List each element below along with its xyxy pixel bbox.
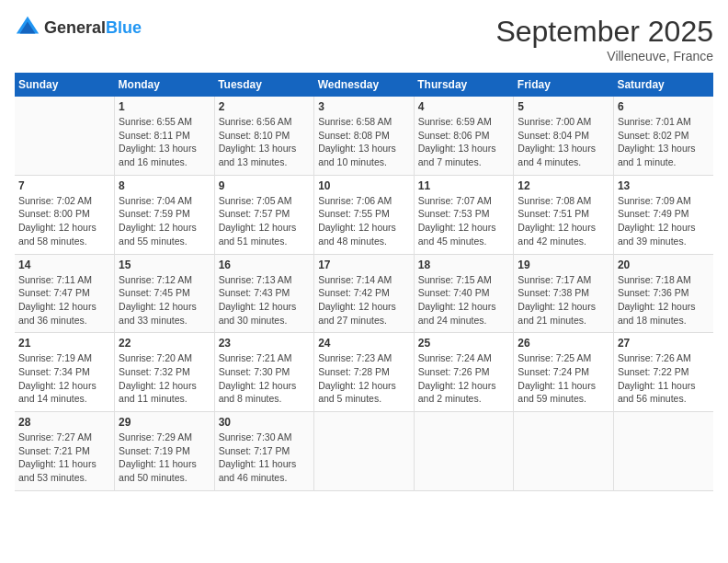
day-number: 25 <box>418 337 510 350</box>
calendar-cell: 30Sunrise: 7:30 AMSunset: 7:17 PMDayligh… <box>214 412 314 491</box>
day-number: 12 <box>518 179 609 192</box>
day-info: Sunrise: 7:01 AMSunset: 8:02 PMDaylight:… <box>618 115 710 169</box>
calendar-cell: 22Sunrise: 7:20 AMSunset: 7:32 PMDayligh… <box>115 333 215 412</box>
day-number: 9 <box>219 179 311 192</box>
month-title: September 2025 <box>495 15 713 49</box>
day-number: 29 <box>119 416 210 429</box>
day-number: 19 <box>518 259 609 271</box>
day-number: 3 <box>318 100 410 113</box>
day-info: Sunrise: 7:07 AMSunset: 7:53 PMDaylight:… <box>418 194 510 248</box>
day-number: 24 <box>318 337 410 350</box>
day-info: Sunrise: 7:26 AMSunset: 7:22 PMDaylight:… <box>618 351 710 406</box>
day-info: Sunrise: 7:21 AMSunset: 7:30 PMDaylight:… <box>219 351 311 406</box>
day-info: Sunrise: 7:19 AMSunset: 7:34 PMDaylight:… <box>18 351 110 406</box>
calendar-cell: 21Sunrise: 7:19 AMSunset: 7:34 PMDayligh… <box>15 333 115 412</box>
day-info: Sunrise: 7:05 AMSunset: 7:57 PMDaylight:… <box>219 194 311 248</box>
day-number: 26 <box>518 337 609 350</box>
day-number: 13 <box>618 179 710 192</box>
day-info: Sunrise: 6:59 AMSunset: 8:06 PMDaylight:… <box>418 115 510 169</box>
calendar-cell: 24Sunrise: 7:23 AMSunset: 7:28 PMDayligh… <box>314 333 415 412</box>
day-info: Sunrise: 7:17 AMSunset: 7:38 PMDaylight:… <box>518 273 609 327</box>
day-number: 30 <box>219 416 311 429</box>
header-thursday: Thursday <box>414 73 514 97</box>
day-number: 17 <box>318 259 410 271</box>
calendar-cell: 9Sunrise: 7:05 AMSunset: 7:57 PMDaylight… <box>214 175 314 254</box>
day-info: Sunrise: 7:27 AMSunset: 7:21 PMDaylight:… <box>18 431 110 485</box>
calendar-cell: 25Sunrise: 7:24 AMSunset: 7:26 PMDayligh… <box>414 333 514 412</box>
day-number: 8 <box>119 179 210 192</box>
calendar-cell <box>613 412 713 491</box>
day-info: Sunrise: 7:15 AMSunset: 7:40 PMDaylight:… <box>418 273 510 327</box>
header-wednesday: Wednesday <box>314 73 415 97</box>
day-number: 16 <box>219 259 311 271</box>
calendar-cell <box>514 412 614 491</box>
calendar-cell: 1Sunrise: 6:55 AMSunset: 8:11 PMDaylight… <box>115 97 215 175</box>
calendar-week-row: 1Sunrise: 6:55 AMSunset: 8:11 PMDaylight… <box>15 97 713 175</box>
day-info: Sunrise: 6:55 AMSunset: 8:11 PMDaylight:… <box>119 115 210 169</box>
calendar-cell: 7Sunrise: 7:02 AMSunset: 8:00 PMDaylight… <box>15 175 115 254</box>
calendar-cell: 2Sunrise: 6:56 AMSunset: 8:10 PMDaylight… <box>214 97 314 175</box>
calendar-week-row: 14Sunrise: 7:11 AMSunset: 7:47 PMDayligh… <box>15 254 713 333</box>
logo-general: General <box>44 18 106 37</box>
day-info: Sunrise: 7:13 AMSunset: 7:43 PMDaylight:… <box>219 273 311 327</box>
calendar-cell: 6Sunrise: 7:01 AMSunset: 8:02 PMDaylight… <box>613 97 713 175</box>
day-number: 11 <box>418 179 510 192</box>
calendar-cell: 27Sunrise: 7:26 AMSunset: 7:22 PMDayligh… <box>613 333 713 412</box>
calendar-cell: 13Sunrise: 7:09 AMSunset: 7:49 PMDayligh… <box>613 175 713 254</box>
day-info: Sunrise: 7:04 AMSunset: 7:59 PMDaylight:… <box>119 194 210 248</box>
calendar-week-row: 7Sunrise: 7:02 AMSunset: 8:00 PMDaylight… <box>15 175 713 254</box>
day-number: 15 <box>119 259 210 271</box>
calendar-cell: 29Sunrise: 7:29 AMSunset: 7:19 PMDayligh… <box>115 412 215 491</box>
day-number: 27 <box>618 337 710 350</box>
day-info: Sunrise: 6:58 AMSunset: 8:08 PMDaylight:… <box>318 115 410 169</box>
calendar-cell: 14Sunrise: 7:11 AMSunset: 7:47 PMDayligh… <box>15 254 115 333</box>
day-number: 22 <box>119 337 210 350</box>
calendar-table: Sunday Monday Tuesday Wednesday Thursday… <box>15 73 713 491</box>
calendar-cell: 26Sunrise: 7:25 AMSunset: 7:24 PMDayligh… <box>514 333 614 412</box>
day-number: 2 <box>219 100 311 113</box>
day-info: Sunrise: 7:25 AMSunset: 7:24 PMDaylight:… <box>518 351 609 406</box>
calendar-cell: 28Sunrise: 7:27 AMSunset: 7:21 PMDayligh… <box>15 412 115 491</box>
day-number: 10 <box>318 179 410 192</box>
day-info: Sunrise: 7:12 AMSunset: 7:45 PMDaylight:… <box>119 273 210 327</box>
day-number: 18 <box>418 259 510 271</box>
logo: GeneralBlue <box>15 15 142 40</box>
calendar-header-row: Sunday Monday Tuesday Wednesday Thursday… <box>15 73 713 97</box>
calendar-week-row: 28Sunrise: 7:27 AMSunset: 7:21 PMDayligh… <box>15 412 713 491</box>
day-info: Sunrise: 7:14 AMSunset: 7:42 PMDaylight:… <box>318 273 410 327</box>
calendar-cell <box>15 97 115 175</box>
day-info: Sunrise: 7:06 AMSunset: 7:55 PMDaylight:… <box>318 194 410 248</box>
location: Villeneuve, France <box>495 49 713 63</box>
calendar-cell: 4Sunrise: 6:59 AMSunset: 8:06 PMDaylight… <box>414 97 514 175</box>
calendar-cell: 3Sunrise: 6:58 AMSunset: 8:08 PMDaylight… <box>314 97 415 175</box>
day-info: Sunrise: 7:23 AMSunset: 7:28 PMDaylight:… <box>318 351 410 406</box>
calendar-cell: 12Sunrise: 7:08 AMSunset: 7:51 PMDayligh… <box>514 175 614 254</box>
calendar-cell: 18Sunrise: 7:15 AMSunset: 7:40 PMDayligh… <box>414 254 514 333</box>
calendar-cell: 20Sunrise: 7:18 AMSunset: 7:36 PMDayligh… <box>613 254 713 333</box>
calendar-cell: 23Sunrise: 7:21 AMSunset: 7:30 PMDayligh… <box>214 333 314 412</box>
header-sunday: Sunday <box>15 73 115 97</box>
day-info: Sunrise: 6:56 AMSunset: 8:10 PMDaylight:… <box>219 115 311 169</box>
calendar-cell: 5Sunrise: 7:00 AMSunset: 8:04 PMDaylight… <box>514 97 614 175</box>
day-info: Sunrise: 7:18 AMSunset: 7:36 PMDaylight:… <box>618 273 710 327</box>
logo-icon <box>15 15 40 40</box>
day-number: 21 <box>18 337 110 350</box>
calendar-cell: 11Sunrise: 7:07 AMSunset: 7:53 PMDayligh… <box>414 175 514 254</box>
calendar-cell: 17Sunrise: 7:14 AMSunset: 7:42 PMDayligh… <box>314 254 415 333</box>
day-number: 28 <box>18 416 110 429</box>
header-friday: Friday <box>514 73 614 97</box>
day-info: Sunrise: 7:20 AMSunset: 7:32 PMDaylight:… <box>119 351 210 406</box>
day-number: 6 <box>618 100 710 113</box>
day-number: 7 <box>18 179 110 192</box>
calendar-cell: 19Sunrise: 7:17 AMSunset: 7:38 PMDayligh… <box>514 254 614 333</box>
day-info: Sunrise: 7:29 AMSunset: 7:19 PMDaylight:… <box>119 431 210 485</box>
day-info: Sunrise: 7:30 AMSunset: 7:17 PMDaylight:… <box>219 431 311 485</box>
day-info: Sunrise: 7:24 AMSunset: 7:26 PMDaylight:… <box>418 351 510 406</box>
day-info: Sunrise: 7:00 AMSunset: 8:04 PMDaylight:… <box>518 115 609 169</box>
logo-blue: Blue <box>106 18 142 37</box>
day-number: 1 <box>119 100 210 113</box>
logo-text: GeneralBlue <box>44 19 142 37</box>
calendar-week-row: 21Sunrise: 7:19 AMSunset: 7:34 PMDayligh… <box>15 333 713 412</box>
day-number: 4 <box>418 100 510 113</box>
page-header: GeneralBlue September 2025 Villeneuve, F… <box>15 15 713 63</box>
